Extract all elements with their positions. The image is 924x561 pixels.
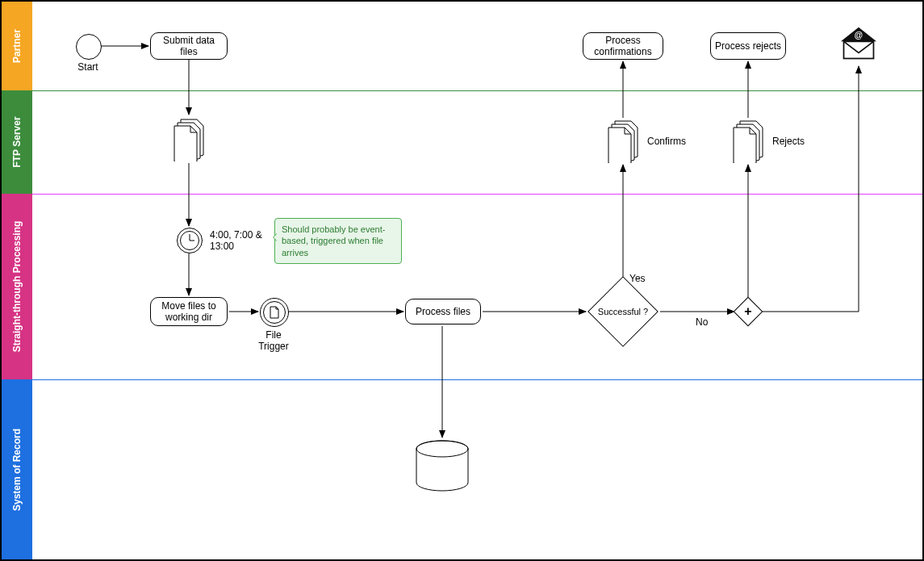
lane-partner: Partner [2,2,32,90]
lane-border-stp-sor [32,379,922,380]
task-process-rejects: Process rejects [710,32,786,60]
svg-text:@: @ [855,30,863,40]
lane-stp: Straight-through Processing [2,194,32,379]
task-move-files: Move files to working dir [150,297,228,326]
task-submit: Submit data files [150,32,228,60]
lane-partner-label: Partner [11,29,23,63]
parallel-gateway: + [734,298,762,325]
file-trigger-label: File Trigger [253,329,294,352]
lane-ftp: FTP Server [2,90,32,194]
decision-successful: Successful ? [587,287,659,336]
decision-text: Successful ? [598,307,648,316]
docs-rejects [730,119,767,163]
start-event [76,34,102,60]
mail-icon: @ [837,26,880,61]
task-process-files: Process files [405,299,481,324]
task-process-confirmations-text: Process confirmations [587,35,659,57]
docs-confirms [605,119,642,163]
lane-stp-label: Straight-through Processing [11,221,23,353]
task-process-confirmations: Process confirmations [583,32,663,60]
datastore [414,439,470,496]
task-process-files-text: Process files [416,306,470,317]
docs-confirms-label: Confirms [647,136,686,147]
lane-border-partner-ftp [32,90,922,91]
decision-no-label: No [696,316,708,328]
docs-inbound [171,118,208,161]
lane-sor: System of Record [2,379,32,559]
task-submit-text: Submit data files [154,35,224,57]
task-process-rejects-text: Process rejects [715,40,781,52]
swimlane-diagram: Partner FTP Server Straight-through Proc… [0,0,924,561]
file-trigger-event [260,298,289,327]
lane-border-ftp-stp [32,194,922,195]
comment-note: Should probably be event-based, triggere… [274,218,402,264]
timer-event [177,228,203,253]
start-label: Start [76,61,100,73]
task-move-files-text: Move files to working dir [154,300,224,323]
lane-sor-label: System of Record [11,428,23,510]
decision-yes-label: Yes [629,273,646,284]
lane-ftp-label: FTP Server [11,116,23,167]
plus-icon: + [744,305,751,318]
timer-times-label: 4:00, 7:00 & 13:00 [210,229,266,252]
docs-rejects-label: Rejects [772,136,805,147]
comment-text: Should probably be event-based, triggere… [282,224,385,257]
